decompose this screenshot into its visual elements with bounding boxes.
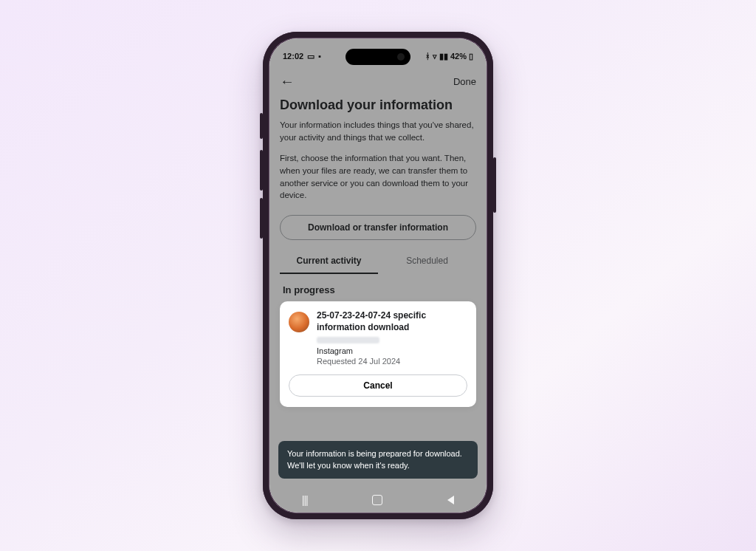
app-surface: 12:02 ▭ ▪ ᚼ ▿ ▮▮ 42% ▯ ← Done [269, 38, 487, 513]
bluetooth-icon: ᚼ [425, 52, 430, 61]
nav-bar: ← Done [269, 71, 487, 95]
back-icon[interactable]: ← [280, 74, 295, 89]
cancel-button[interactable]: Cancel [289, 374, 467, 397]
volume-up-button [260, 150, 263, 191]
volume-down-button [260, 198, 263, 239]
card-service: Instagram [317, 346, 467, 355]
page-title: Download your information [280, 97, 476, 113]
toast: Your information is being prepared for d… [278, 441, 478, 479]
system-nav-bar: ||| [269, 487, 487, 513]
phone-frame: 12:02 ▭ ▪ ᚼ ▿ ▮▮ 42% ▯ ← Done [263, 32, 493, 519]
section-heading-in-progress: In progress [283, 284, 476, 295]
recents-icon[interactable]: ||| [302, 494, 308, 506]
download-card: 25-07-23-24-07-24 specific information d… [280, 301, 476, 407]
wifi-icon: ▿ [433, 52, 437, 61]
back-sys-icon[interactable] [447, 496, 454, 504]
redacted-username [317, 337, 379, 343]
battery-icon: ▯ [469, 52, 473, 61]
intro-paragraph-1: Your information includes things that yo… [280, 119, 476, 143]
content: Download your information Your informati… [269, 97, 487, 475]
tab-scheduled[interactable]: Scheduled [378, 249, 476, 274]
tabs: Current activity Scheduled [280, 249, 476, 274]
status-time: 12:02 [283, 52, 303, 61]
download-transfer-button[interactable]: Download or transfer information [280, 215, 476, 240]
side-button [260, 113, 263, 139]
dynamic-island [346, 49, 410, 65]
home-icon[interactable] [372, 495, 382, 505]
avatar [289, 312, 309, 332]
toast-line-2: We'll let you know when it's ready. [287, 460, 469, 471]
toast-line-1: Your information is being prepared for d… [287, 448, 469, 459]
stage: 12:02 ▭ ▪ ᚼ ▿ ▮▮ 42% ▯ ← Done [0, 0, 756, 551]
notif-icon: ▭ [307, 52, 315, 61]
intro-paragraph-2: First, choose the information that you w… [280, 152, 476, 202]
notif-icon: ▪ [318, 52, 321, 61]
power-button [493, 157, 496, 213]
card-requested: Requested 24 Jul 2024 [317, 357, 467, 366]
done-button[interactable]: Done [453, 76, 476, 87]
card-title: 25-07-23-24-07-24 specific information d… [317, 310, 467, 333]
battery-percent: 42% [450, 52, 467, 61]
screen: 12:02 ▭ ▪ ᚼ ▿ ▮▮ 42% ▯ ← Done [269, 38, 487, 513]
tab-current-activity[interactable]: Current activity [280, 249, 378, 274]
signal-icon: ▮▮ [439, 52, 448, 61]
